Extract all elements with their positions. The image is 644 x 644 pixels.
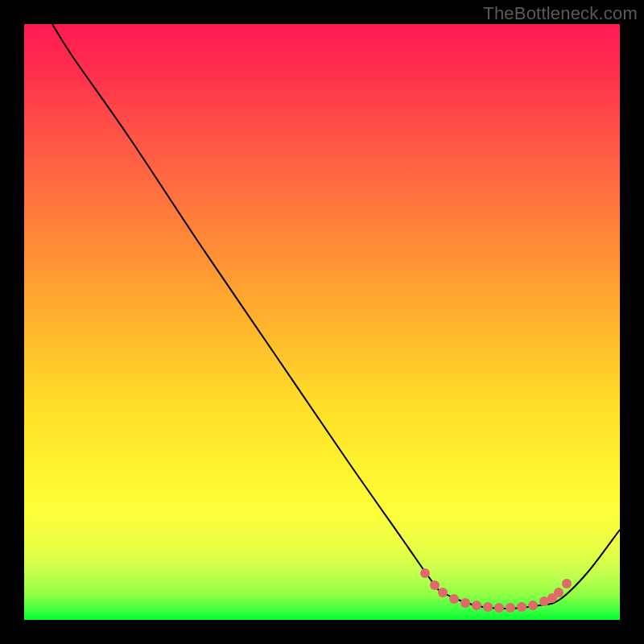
chart-frame (24, 24, 620, 620)
highlight-dot (483, 602, 493, 612)
bottleneck-curve (52, 24, 620, 609)
highlight-dot (528, 601, 538, 610)
highlight-dot (472, 601, 481, 610)
highlight-dot-group (420, 568, 572, 613)
highlight-dot (438, 588, 448, 597)
highlight-dot (420, 568, 430, 578)
highlight-dot (506, 603, 515, 613)
highlight-dot (554, 588, 564, 597)
chart-svg (24, 24, 620, 620)
highlight-dot (562, 579, 572, 588)
watermark-text: TheBottleneck.com (483, 3, 638, 24)
highlight-dot (449, 594, 459, 604)
highlight-dot (517, 602, 526, 612)
highlight-dot (494, 603, 504, 613)
highlight-dot (460, 598, 470, 608)
highlight-dot (430, 580, 440, 590)
